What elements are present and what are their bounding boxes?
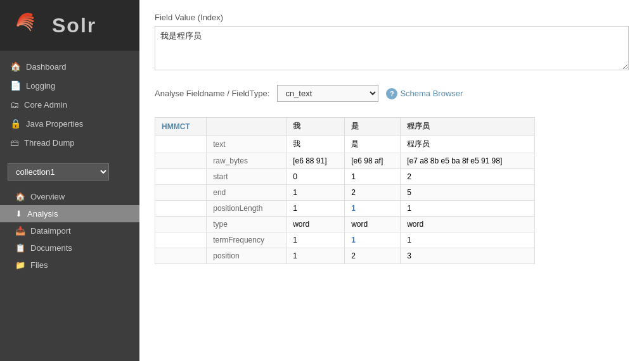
sub-nav-documents[interactable]: 📋 Documents: [0, 239, 139, 256]
main-content: Field Value (Index) 我是程序员 Analyse Fieldn…: [139, 0, 644, 361]
row-field-label: type: [207, 217, 287, 232]
field-value-title: Field Value (Index): [155, 13, 629, 22]
sub-nav-documents-label: Documents: [30, 243, 72, 253]
sub-nav-overview-label: Overview: [30, 192, 65, 201]
cell-value: [e6 88 91]: [287, 153, 345, 169]
hmmct-col: [155, 201, 207, 217]
hmmct-col: [155, 153, 207, 169]
cell-value: 1: [287, 185, 345, 201]
schema-browser-label: Schema Browser: [400, 89, 463, 98]
sub-nav-files-label: Files: [30, 260, 48, 270]
cell-value: 2: [345, 248, 401, 264]
token-2-header: 是: [345, 118, 401, 136]
fieldtype-select[interactable]: cn_text: [277, 85, 378, 102]
cell-value: word: [401, 217, 535, 232]
hmmct-header: HMMCT: [155, 118, 207, 136]
cell-value: 1: [345, 201, 401, 217]
analysis-table: HMMCT 我 是 程序员 text我是程序员raw_bytes[e6 88 9…: [155, 117, 535, 264]
schema-browser-link[interactable]: ? Schema Browser: [386, 88, 463, 99]
cell-value: 1: [345, 232, 401, 248]
token-3-header: 程序员: [401, 118, 535, 136]
cell-value: word: [345, 217, 401, 232]
sub-nav-files[interactable]: 📁 Files: [0, 256, 139, 274]
sidebar-item-core-admin[interactable]: 🗂 Core Admin: [0, 95, 139, 114]
table-row: positionLength111: [155, 201, 535, 217]
cell-value: [e7 a8 8b e5 ba 8f e5 91 98]: [401, 153, 535, 169]
cell-value: 2: [401, 169, 535, 185]
analyse-section: Analyse Fieldname / FieldType: cn_text ?…: [155, 85, 629, 102]
sidebar-item-core-admin-label: Core Admin: [24, 100, 67, 110]
sidebar-item-thread-dump[interactable]: 🗃 Thread Dump: [0, 133, 139, 152]
cell-value: 5: [401, 185, 535, 201]
table-row: text我是程序员: [155, 136, 535, 153]
hmmct-col: [155, 136, 207, 153]
table-row: end125: [155, 185, 535, 201]
sub-nav-analysis-label: Analysis: [27, 209, 58, 218]
row-field-label: positionLength: [207, 201, 287, 217]
sidebar: Solr 🏠 Dashboard 📄 Logging 🗂 Core Admin …: [0, 0, 139, 361]
cell-value: 1: [287, 232, 345, 248]
solr-logo-icon: [13, 10, 44, 41]
cell-value: 1: [345, 169, 401, 185]
files-icon: 📁: [15, 260, 25, 270]
analyse-label: Analyse Fieldname / FieldType:: [155, 89, 269, 98]
cell-value: 2: [345, 185, 401, 201]
field-value-input[interactable]: 我是程序员: [155, 26, 629, 70]
core-admin-icon: 🗂: [10, 99, 19, 110]
table-row: raw_bytes[e6 88 91][e6 98 af][e7 a8 8b e…: [155, 153, 535, 169]
sidebar-item-logging-label: Logging: [26, 81, 55, 91]
help-icon: ?: [386, 88, 397, 99]
row-field-label: end: [207, 185, 287, 201]
java-properties-icon: 🔒: [10, 118, 21, 129]
hmmct-col: [155, 169, 207, 185]
thread-dump-icon: 🗃: [10, 137, 19, 148]
logo-text: Solr: [52, 14, 96, 37]
cell-value: 我: [287, 136, 345, 153]
sidebar-item-java-properties-label: Java Properties: [26, 119, 83, 129]
cell-value: word: [287, 217, 345, 232]
analysis-table-wrap: HMMCT 我 是 程序员 text我是程序员raw_bytes[e6 88 9…: [155, 117, 629, 264]
sub-nav-analysis[interactable]: ⬇ Analysis: [0, 205, 139, 222]
logging-icon: 📄: [10, 80, 21, 91]
hmmct-col: [155, 248, 207, 264]
cell-value: 1: [401, 201, 535, 217]
row-field-label: position: [207, 248, 287, 264]
cell-value: 3: [401, 248, 535, 264]
sub-nav-dataimport-label: Dataimport: [30, 226, 71, 236]
row-field-label: termFrequency: [207, 232, 287, 248]
table-row: typewordwordword: [155, 217, 535, 232]
sidebar-item-logging[interactable]: 📄 Logging: [0, 76, 139, 95]
field-value-section: Field Value (Index) 我是程序员: [155, 13, 629, 72]
hmmct-col: [155, 232, 207, 248]
sub-nav-dataimport[interactable]: 📥 Dataimport: [0, 222, 139, 239]
sub-nav: 🏠 Overview ⬇ Analysis 📥 Dataimport 📋 Doc…: [0, 186, 139, 276]
collection-select[interactable]: collection1: [8, 163, 109, 180]
documents-icon: 📋: [15, 243, 25, 253]
cell-value: 1: [287, 201, 345, 217]
table-row: start012: [155, 169, 535, 185]
token-1-header: 我: [287, 118, 345, 136]
dataimport-icon: 📥: [15, 226, 25, 236]
field-col-header: [207, 118, 287, 136]
sidebar-item-dashboard[interactable]: 🏠 Dashboard: [0, 57, 139, 76]
overview-icon: 🏠: [15, 192, 25, 201]
logo-area: Solr: [0, 0, 139, 51]
main-nav: 🏠 Dashboard 📄 Logging 🗂 Core Admin 🔒 Jav…: [0, 51, 139, 158]
cell-value: 1: [287, 248, 345, 264]
table-row: termFrequency111: [155, 232, 535, 248]
table-row: position123: [155, 248, 535, 264]
cell-value: 是: [345, 136, 401, 153]
row-field-label: raw_bytes: [207, 153, 287, 169]
dashboard-icon: 🏠: [10, 61, 21, 72]
cell-value: [e6 98 af]: [345, 153, 401, 169]
collection-selector: collection1: [8, 163, 132, 180]
row-field-label: start: [207, 169, 287, 185]
sub-nav-overview[interactable]: 🏠 Overview: [0, 188, 139, 205]
analysis-icon: ⬇: [15, 209, 22, 218]
row-field-label: text: [207, 136, 287, 153]
cell-value: 0: [287, 169, 345, 185]
sidebar-item-java-properties[interactable]: 🔒 Java Properties: [0, 114, 139, 133]
cell-value: 1: [401, 232, 535, 248]
sidebar-item-dashboard-label: Dashboard: [26, 62, 67, 72]
sidebar-item-thread-dump-label: Thread Dump: [24, 138, 74, 148]
